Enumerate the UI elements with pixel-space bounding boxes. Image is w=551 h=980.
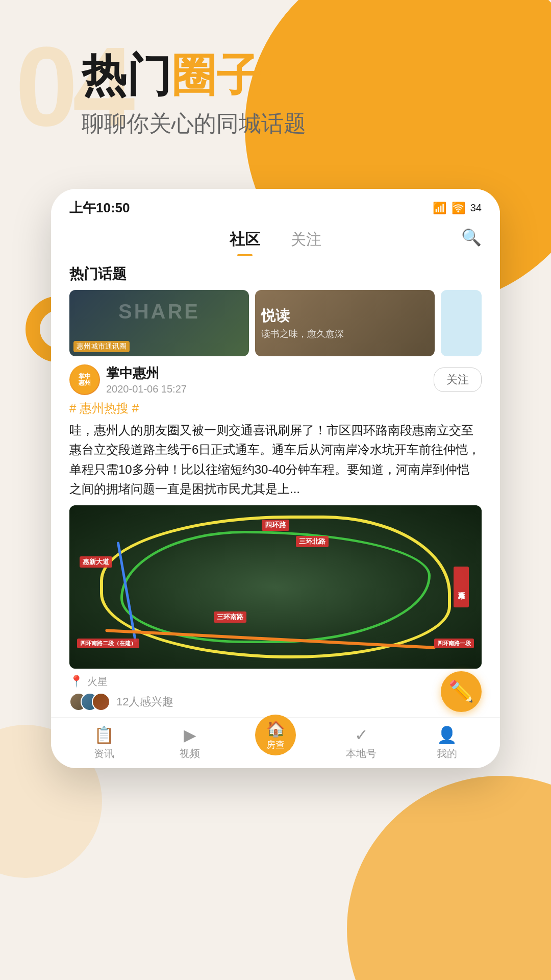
status-time: 上午10:50: [69, 199, 130, 217]
house-active-bg: 🏠 房查: [255, 715, 296, 755]
content-area: 热门话题 SHARE 惠州城市通讯圈 悦读 读书之味，愈久愈深: [51, 256, 500, 758]
follow-button[interactable]: 关注: [434, 368, 482, 392]
bottom-nav: 📋 资讯 ▶ 视频 🏠 房查 ✓ 本地号 👤 我的: [51, 717, 500, 768]
map-label-7: 四环南路一段: [434, 639, 474, 648]
battery-indicator: 34: [470, 202, 482, 214]
map-label-6: 四环南路二段（在建）: [77, 639, 139, 648]
post-meta: 掌中惠州 2020-01-06 15:27: [106, 364, 187, 395]
hot-topics-title: 热门话题: [61, 256, 490, 290]
interest-count: 12人感兴趣: [116, 694, 173, 709]
bg-decoration-bottom: [347, 776, 551, 980]
search-icon[interactable]: 🔍: [461, 228, 482, 247]
house-label: 房查: [266, 739, 285, 751]
location-icon: 📍: [69, 675, 83, 688]
post-card: 掌中惠州 掌中惠州 2020-01-06 15:27 关注 # 惠州热搜 # 哇…: [61, 356, 490, 711]
location-text: 火星: [87, 675, 108, 689]
tab-community[interactable]: 社区: [230, 229, 260, 256]
topic-card-share[interactable]: SHARE 惠州城市通讯圈: [69, 290, 249, 356]
house-icon: 🏠: [266, 720, 285, 738]
map-label-2: 三环北路: [296, 536, 329, 547]
post-author: 掌中惠州: [106, 364, 187, 382]
map-label-1: 四环路: [262, 520, 289, 531]
interest-row: 12人感兴趣: [69, 693, 482, 711]
mine-label: 我的: [437, 747, 457, 761]
phone-mockup: 上午10:50 📶 🛜 34 社区 关注 🔍 热门话题 SHARE 惠州城市通讯…: [51, 189, 500, 768]
local-icon: ✓: [355, 725, 368, 745]
post-tags: # 惠州热搜 #: [69, 400, 482, 416]
video-icon: ▶: [184, 725, 196, 745]
nav-tabs: 社区 关注 🔍: [51, 222, 500, 256]
map-label-5: 三环南路: [214, 611, 246, 623]
topic-reading-subtitle: 读书之味，愈久愈深: [261, 328, 344, 340]
nav-item-video[interactable]: ▶ 视频: [147, 725, 233, 761]
topic-badge: 惠州城市通讯圈: [73, 341, 130, 352]
author-avatar: 掌中惠州: [69, 364, 100, 395]
topic-card-reading[interactable]: 悦读 读书之味，愈久愈深: [255, 290, 435, 356]
header-section: 热门圈子 聊聊你关心的同城话题: [82, 51, 306, 139]
nav-item-house[interactable]: 🏠 房查: [233, 730, 318, 755]
local-label: 本地号: [346, 747, 377, 761]
post-header: 掌中惠州 掌中惠州 2020-01-06 15:27 关注: [69, 364, 482, 395]
nav-item-mine[interactable]: 👤 我的: [404, 725, 490, 761]
post-content: 哇，惠州人的朋友圈又被一则交通喜讯刷屏了！市区四环路南段惠南立交至惠台立交段道路…: [69, 421, 482, 499]
nav-item-local[interactable]: ✓ 本地号: [318, 725, 404, 761]
status-icons: 📶 🛜 34: [433, 202, 482, 215]
post-time: 2020-01-06 15:27: [106, 383, 187, 395]
signal-icon: 📶: [433, 202, 446, 215]
mine-icon: 👤: [437, 725, 457, 745]
topic-reading-title: 悦读: [261, 306, 290, 326]
title-part2: 圈子: [171, 50, 261, 101]
video-label: 视频: [180, 747, 200, 761]
news-label: 资讯: [94, 747, 114, 761]
topic-card-partial[interactable]: [441, 290, 482, 356]
title-part1: 热门: [82, 50, 171, 101]
news-icon: 📋: [94, 725, 114, 745]
post-location: 📍 火星: [69, 675, 482, 689]
wifi-icon: 🛜: [452, 202, 465, 215]
page-subtitle: 聊聊你关心的同城话题: [82, 109, 306, 139]
map-label-4: 三环东路: [454, 567, 469, 607]
post-map[interactable]: 四环路 三环北路 惠新大道 三环东路 三环南路 四环南路二段（在建） 四环南路一…: [69, 505, 482, 669]
fab-icon: ✏️: [448, 679, 474, 703]
status-bar: 上午10:50 📶 🛜 34: [51, 189, 500, 222]
fab-button[interactable]: ✏️: [441, 671, 482, 712]
topics-row: SHARE 惠州城市通讯圈 悦读 读书之味，愈久愈深: [61, 290, 490, 356]
nav-item-news[interactable]: 📋 资讯: [61, 725, 147, 761]
map-label-3: 惠新大道: [80, 556, 112, 568]
topic-share-text: SHARE: [118, 300, 200, 323]
tab-follow[interactable]: 关注: [291, 229, 321, 256]
avatar-3: [92, 693, 110, 711]
page-title: 热门圈子: [82, 51, 306, 101]
